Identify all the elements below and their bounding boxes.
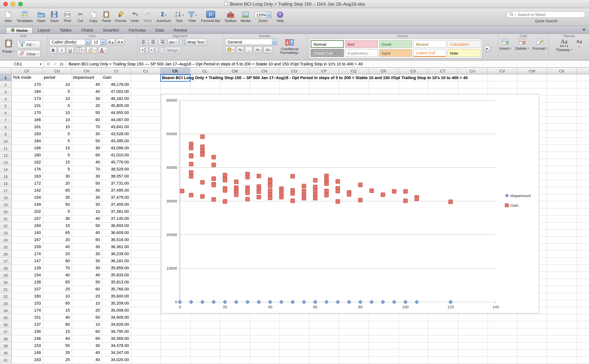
cell[interactable]: 43,395.00	[102, 138, 131, 144]
fill-color-button[interactable]: ▾	[86, 47, 97, 53]
cell[interactable]: 65	[43, 279, 72, 286]
cell[interactable]: 37,145.00	[102, 215, 131, 222]
themes-button[interactable]: Aa Themes▾	[556, 39, 572, 52]
cell[interactable]: 35,833.00	[102, 272, 131, 279]
cell[interactable]: 34,478.00	[102, 343, 131, 349]
cell[interactable]: 40	[72, 88, 102, 95]
cell[interactable]: 191	[12, 103, 43, 109]
cell[interactable]: 157	[12, 286, 43, 293]
row-header-27[interactable]: 27	[0, 258, 12, 265]
cell[interactable]: 5	[43, 103, 72, 109]
col-header-CI[interactable]: CI	[102, 68, 131, 74]
cell[interactable]: 36,516.00	[102, 237, 131, 243]
toolbar-print-button[interactable]: Print	[63, 9, 72, 23]
cell[interactable]: 34,569.00	[102, 335, 131, 342]
cell[interactable]: 35,600.00	[102, 293, 131, 300]
cell[interactable]: 30	[72, 265, 102, 272]
cell[interactable]: 40	[72, 187, 102, 194]
row-header-17[interactable]: 17	[0, 187, 12, 194]
delete-cells-button[interactable]: Delete▾	[515, 39, 529, 51]
currency-button[interactable]: ▾	[225, 46, 236, 53]
cell[interactable]: 159	[12, 244, 43, 250]
cell[interactable]: 41,010.00	[102, 152, 131, 159]
style-linked-cell[interactable]: Linked Cell	[413, 49, 446, 57]
cell[interactable]: 34,026.00	[102, 357, 131, 363]
cell[interactable]: 60	[72, 335, 102, 342]
cell[interactable]: 47,002.00	[102, 88, 131, 95]
insert-cells-button[interactable]: Insert▾	[499, 39, 511, 51]
row-header-38[interactable]: 38	[0, 335, 12, 342]
bold-button[interactable]: B	[49, 47, 57, 53]
cell[interactable]: 30	[72, 244, 102, 250]
cell[interactable]: 30	[72, 343, 102, 349]
increase-indent-button[interactable]	[149, 47, 158, 53]
style-normal[interactable]: Normal	[311, 40, 344, 48]
cell[interactable]: 174	[12, 307, 43, 314]
toolbar-help-button[interactable]: ?Help	[275, 9, 284, 23]
font-color-button[interactable]: A▾	[98, 47, 108, 53]
close-window-button[interactable]	[3, 2, 8, 6]
cell[interactable]: 40	[72, 229, 102, 236]
cell[interactable]: 202	[12, 208, 43, 215]
cell[interactable]: 44,087.00	[102, 117, 131, 123]
cell[interactable]: 60	[72, 117, 102, 123]
cell[interactable]: 170	[12, 110, 43, 116]
cell[interactable]: 35,766.00	[102, 286, 131, 293]
row-header-1[interactable]: 1	[0, 74, 12, 81]
cell[interactable]: 15	[43, 222, 72, 229]
toolbar-undo-button[interactable]: Undo	[130, 9, 139, 23]
cell[interactable]: 50	[72, 222, 102, 229]
cell[interactable]: 170	[12, 81, 43, 88]
cell[interactable]: 30	[72, 96, 102, 102]
row-header-14[interactable]: 14	[0, 166, 12, 173]
row-header-40[interactable]: 40	[0, 350, 12, 356]
select-all-corner[interactable]	[0, 68, 12, 74]
col-header-CN[interactable]: CN	[250, 68, 279, 74]
cell[interactable]: 20	[72, 307, 102, 314]
paste-button[interactable]: Paste▾	[2, 39, 14, 53]
cell[interactable]: 44,955.00	[102, 110, 131, 116]
col-header-CM[interactable]: CM	[220, 68, 250, 74]
row-header-19[interactable]: 19	[0, 201, 12, 208]
row-header-22[interactable]: 22	[0, 222, 12, 229]
cell[interactable]: 30	[72, 251, 102, 257]
cell[interactable]: 70	[72, 166, 102, 173]
cell[interactable]: 174	[12, 251, 43, 257]
cell[interactable]: 43,528.00	[102, 131, 131, 137]
style-bad[interactable]: Bad	[345, 40, 378, 48]
row-header-2[interactable]: 2	[0, 81, 12, 88]
toolbar-cut-button[interactable]: ✂Cut	[76, 9, 85, 23]
tab-smartart[interactable]: SmartArt	[98, 27, 124, 33]
font-family-select[interactable]: Calibri (Body)▾	[49, 39, 90, 45]
grow-font-button[interactable]: A▲	[107, 39, 115, 45]
cell[interactable]: 10	[72, 321, 102, 328]
search-scope-dropdown-icon[interactable]: ▾	[515, 13, 516, 16]
row-header-11[interactable]: 11	[0, 145, 12, 151]
cell[interactable]: 40,776.00	[102, 159, 131, 166]
cell[interactable]: 30	[72, 201, 102, 208]
cell[interactable]: 153	[12, 343, 43, 349]
cell[interactable]: 35,859.00	[102, 265, 131, 272]
cell[interactable]: 20	[43, 180, 72, 187]
percent-button[interactable]: %	[236, 46, 244, 53]
cell[interactable]: 163	[12, 357, 43, 363]
cell[interactable]: 137	[12, 321, 43, 328]
cell[interactable]: 40	[72, 215, 102, 222]
tab-home[interactable]: Home	[6, 27, 33, 33]
cell[interactable]: 10	[43, 293, 72, 300]
shrink-font-button[interactable]: A▼	[116, 39, 124, 45]
cell[interactable]: 30	[72, 173, 102, 180]
cell[interactable]: 43,841.00	[102, 124, 131, 130]
col-header-CK[interactable]: CK	[161, 68, 190, 74]
cell[interactable]: 166	[12, 117, 43, 123]
cell[interactable]: 30	[72, 194, 102, 201]
cell[interactable]: 40	[43, 314, 72, 321]
cell[interactable]: 183	[12, 131, 43, 137]
row-header-4[interactable]: 4	[0, 96, 12, 102]
align-center-button[interactable]	[149, 39, 157, 45]
cell[interactable]: 65	[43, 300, 72, 307]
row-header-33[interactable]: 33	[0, 300, 12, 307]
cell[interactable]: 65	[43, 187, 72, 194]
cell[interactable]: 40	[43, 244, 72, 250]
fill-button[interactable]: Fill▾	[17, 40, 41, 48]
